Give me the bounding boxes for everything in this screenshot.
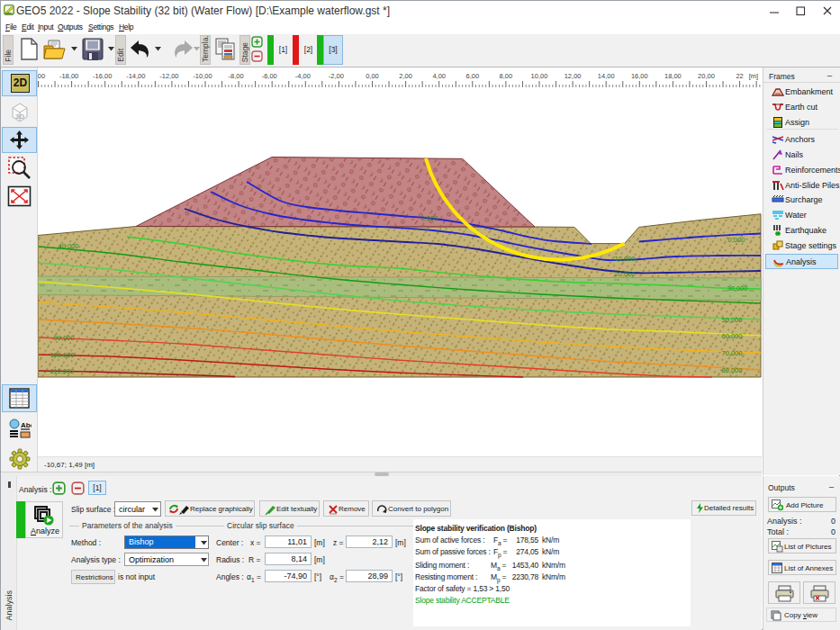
svg-text:3D: 3D bbox=[15, 112, 24, 121]
svg-text:80,000: 80,000 bbox=[722, 366, 743, 374]
svg-text:6,00: 6,00 bbox=[465, 72, 479, 80]
svg-text:20,00: 20,00 bbox=[698, 72, 715, 80]
svg-text:0,000: 0,000 bbox=[728, 236, 745, 244]
svg-text:-10,00: -10,00 bbox=[193, 72, 212, 80]
svg-text:60,000: 60,000 bbox=[722, 332, 743, 340]
svg-text:0,000: 0,000 bbox=[421, 214, 438, 222]
svg-text:14,00: 14,00 bbox=[598, 72, 615, 80]
svg-text:100,000: 100,000 bbox=[50, 351, 74, 359]
svg-text:0,00: 0,00 bbox=[366, 72, 379, 80]
svg-text:10,000: 10,000 bbox=[615, 255, 636, 263]
svg-text:10,00: 10,00 bbox=[531, 72, 548, 80]
svg-text:[m]: [m] bbox=[749, 72, 758, 80]
svg-text:-4,00: -4,00 bbox=[295, 72, 311, 80]
svg-text:Abc: Abc bbox=[21, 421, 32, 429]
svg-text:4,00: 4,00 bbox=[432, 72, 446, 80]
svg-text:40,000: 40,000 bbox=[59, 242, 79, 250]
svg-text:22: 22 bbox=[736, 72, 743, 80]
svg-text:50,000: 50,000 bbox=[722, 316, 743, 324]
svg-text:-20,00: -20,00 bbox=[38, 72, 45, 80]
svg-text:70,000: 70,000 bbox=[722, 349, 743, 357]
svg-text:12,00: 12,00 bbox=[565, 72, 582, 80]
svg-text:-12,00: -12,00 bbox=[159, 72, 178, 80]
svg-text:8,00: 8,00 bbox=[500, 72, 513, 80]
svg-text:-16,00: -16,00 bbox=[93, 72, 112, 80]
svg-text:-14,00: -14,00 bbox=[126, 72, 145, 80]
svg-text:-6,00: -6,00 bbox=[262, 72, 277, 80]
svg-text:16,00: 16,00 bbox=[631, 72, 648, 80]
svg-text:30,000: 30,000 bbox=[727, 284, 748, 292]
svg-text:-2,00: -2,00 bbox=[329, 72, 344, 80]
svg-text:2,00: 2,00 bbox=[399, 72, 412, 80]
svg-text:18,00: 18,00 bbox=[664, 72, 682, 80]
svg-text:110,000: 110,000 bbox=[50, 367, 75, 375]
svg-text:20,000: 20,000 bbox=[615, 270, 636, 278]
svg-text:90,000: 90,000 bbox=[54, 334, 75, 342]
svg-text:-8,00: -8,00 bbox=[229, 72, 244, 80]
svg-text:-18,00: -18,00 bbox=[59, 72, 78, 80]
